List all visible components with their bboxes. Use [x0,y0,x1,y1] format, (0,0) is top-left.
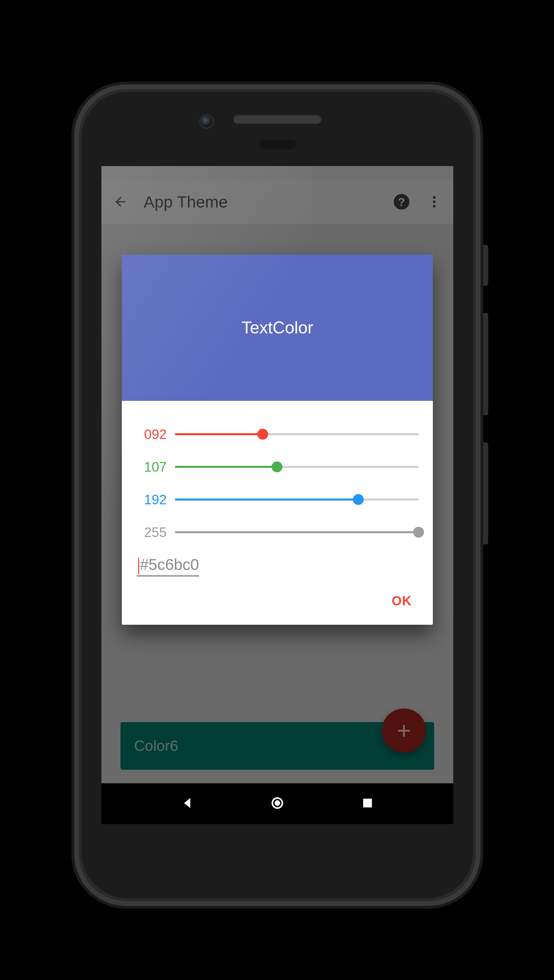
back-button[interactable] [111,192,130,211]
color-picker-dialog: TextColor 092 107 [122,255,433,625]
system-nav-bar [102,783,453,824]
fab-add[interactable]: + [382,708,426,753]
nav-recents[interactable] [360,795,375,812]
status-bar [102,166,453,180]
slider-alpha-fill [175,531,419,533]
dialog-actions: OK [122,580,433,625]
page-title: App Theme [143,192,379,211]
slider-blue-fill [175,498,358,501]
hex-value: #5c6bc0 [140,556,199,573]
svg-point-0 [433,196,435,199]
speaker-grille [233,115,322,124]
proximity-sensor [259,140,296,149]
slider-green-fill [175,466,277,468]
toolbar: App Theme ? [102,180,453,224]
svg-point-1 [433,200,435,203]
arrow-back-icon [113,194,128,209]
hex-input[interactable]: #5c6bc0 [137,554,199,576]
slider-alpha-thumb[interactable] [413,527,424,538]
slider-red[interactable]: 092 [136,418,419,450]
nav-home[interactable] [270,795,285,812]
color-card-label: Color6 [134,737,178,754]
screen: App Theme ? Color6 + [102,166,453,824]
volume-down-button [483,442,488,544]
device-frame: App Theme ? Color6 + [72,82,483,908]
help-button[interactable]: ? [392,192,411,211]
slider-red-thumb[interactable] [257,429,268,440]
ok-button[interactable]: OK [384,589,419,613]
slider-green-track[interactable] [175,466,419,468]
slider-green-value: 107 [136,460,167,475]
svg-point-4 [275,800,280,806]
help-icon: ? [394,194,409,210]
nav-back[interactable] [180,795,195,812]
slider-red-value: 092 [136,427,167,442]
triangle-back-icon [180,795,195,811]
volume-up-button [483,313,488,415]
overflow-menu-button[interactable] [425,192,444,211]
slider-alpha-track[interactable] [175,531,419,533]
camera-dot [201,116,212,127]
slider-blue-track[interactable] [175,498,419,501]
slider-blue-thumb[interactable] [353,494,364,505]
svg-point-2 [433,205,435,207]
plus-icon: + [397,717,411,744]
square-recents-icon [360,795,375,811]
slider-blue[interactable]: 192 [136,483,419,516]
svg-rect-5 [363,799,372,808]
slider-green[interactable]: 107 [136,450,419,483]
dialog-title: TextColor [241,318,313,337]
circle-home-icon [270,795,285,811]
app-content: App Theme ? Color6 + [102,180,453,783]
slider-red-fill [175,433,263,435]
more-vert-icon [427,194,442,209]
slider-green-thumb[interactable] [272,461,282,472]
power-button [483,245,488,286]
text-cursor [138,558,139,574]
hex-field-row: #5c6bc0 [136,555,419,577]
slider-alpha-value: 255 [136,525,167,540]
dialog-header: TextColor [122,255,433,401]
slider-blue-value: 192 [136,492,167,508]
slider-red-track[interactable] [175,433,419,435]
slider-alpha[interactable]: 255 [136,516,419,549]
